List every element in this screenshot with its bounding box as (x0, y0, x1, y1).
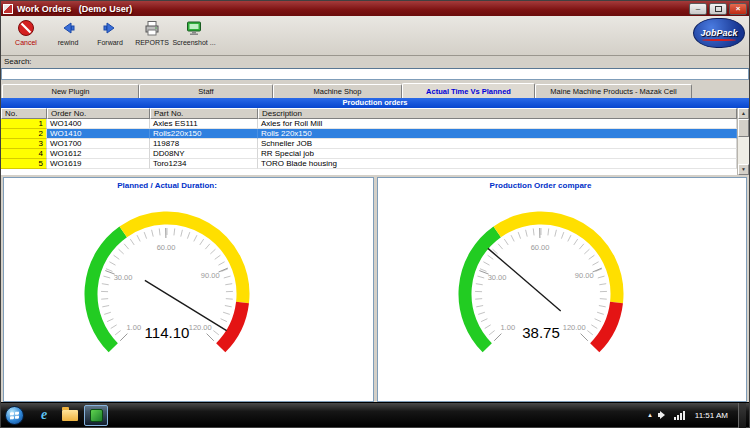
titlebar: Work Orders (Demo User) – × (1, 1, 749, 16)
svg-text:90.00: 90.00 (574, 271, 593, 280)
cell-part-no: Rolls220x150 (150, 129, 258, 139)
svg-text:60.00: 60.00 (530, 243, 549, 252)
table-row[interactable]: 2 WO1410 Rolls220x150 Rolls 220x150 (1, 129, 737, 139)
column-header-order-no[interactable]: Order No. (47, 108, 150, 119)
svg-text:38.75: 38.75 (522, 324, 560, 341)
hidden-icons-arrow[interactable]: ▴ (648, 411, 652, 419)
row-number: 2 (1, 129, 47, 139)
table-row[interactable]: 1 WO1400 Axles ES111 Axles for Roll Mill (1, 119, 737, 129)
forward-button[interactable]: Forward (89, 18, 131, 54)
column-header-no[interactable]: No. (1, 108, 47, 119)
network-icon[interactable] (674, 411, 685, 420)
scroll-thumb[interactable] (738, 119, 749, 137)
cancel-button[interactable]: Cancel (5, 18, 47, 54)
volume-icon[interactable] (658, 410, 668, 420)
tab-maine-machine-products[interactable]: Maine Machine Products - Mazak Cell (535, 84, 692, 98)
toolbar: Cancel rewind Forward REPORTS Screenshot… (1, 16, 749, 56)
scroll-track[interactable] (738, 137, 749, 164)
taskbar-app-jobpack[interactable] (84, 405, 108, 426)
minimize-button[interactable]: – (689, 3, 707, 15)
svg-text:60.00: 60.00 (157, 243, 176, 252)
jobpack-logo: JobPack (693, 18, 745, 48)
cell-part-no: Toro1234 (150, 159, 258, 169)
scroll-down-button[interactable]: ▼ (738, 164, 749, 175)
table-row[interactable]: 3 WO1700 119878 Schneller JOB (1, 139, 737, 149)
column-header-description[interactable]: Description (258, 108, 737, 119)
taskbar-explorer[interactable] (58, 405, 82, 426)
table-header-row: No. Order No. Part No. Description (1, 108, 737, 119)
cell-description: Rolls 220x150 (258, 129, 737, 139)
folder-icon (62, 410, 78, 421)
row-number: 4 (1, 149, 47, 159)
system-tray: ▴ 11:51 AM (648, 403, 749, 428)
windows-taskbar: e ▴ 11:51 AM (1, 402, 749, 427)
forward-icon (100, 18, 120, 38)
production-order-compare-panel: Production Order compare 1.0030.0060.009… (377, 177, 748, 402)
taskbar-clock[interactable]: 11:51 AM (691, 411, 732, 420)
cell-order-no: WO1700 (47, 139, 150, 149)
production-orders-table: No. Order No. Part No. Description 1 WO1… (1, 108, 749, 175)
cell-part-no: Axles ES111 (150, 119, 258, 129)
cell-description: Schneller JOB (258, 139, 737, 149)
app-window: Work Orders (Demo User) – × Cancel rewin… (0, 0, 750, 428)
table-row[interactable]: 5 WO1619 Toro1234 TORO Blade housing (1, 159, 737, 169)
tab-bar: New Plugin Staff Machine Shop Actual Tim… (1, 83, 749, 98)
table-vertical-scrollbar[interactable]: ▲ ▼ (737, 108, 749, 175)
cell-part-no: 119878 (150, 139, 258, 149)
row-number: 5 (1, 159, 47, 169)
svg-text:1.00: 1.00 (126, 323, 141, 332)
cell-order-no: WO1400 (47, 119, 150, 129)
reports-button[interactable]: REPORTS (131, 18, 173, 54)
svg-text:30.00: 30.00 (487, 273, 506, 282)
cancel-icon (16, 18, 36, 38)
gauge-title: Planned / Actual Duration: (57, 181, 277, 190)
svg-text:30.00: 30.00 (114, 273, 133, 282)
tab-new-plugin[interactable]: New Plugin (2, 84, 139, 98)
gauge-title: Production Order compare (431, 181, 651, 190)
production-order-compare-gauge: 1.0030.0060.0090.00120.0038.75 (431, 190, 651, 396)
tab-actual-time-vs-planned[interactable]: Actual Time Vs Planned (402, 83, 535, 98)
cell-order-no: WO1410 (47, 129, 150, 139)
show-desktop-button[interactable] (738, 403, 746, 428)
planned-actual-duration-panel: Planned / Actual Duration: 1.0030.0060.0… (3, 177, 374, 402)
cell-description: Axles for Roll Mill (258, 119, 737, 129)
svg-text:90.00: 90.00 (201, 271, 220, 280)
screenshot-icon (184, 18, 204, 38)
scroll-up-button[interactable]: ▲ (738, 108, 749, 119)
cell-description: RR Special job (258, 149, 737, 159)
table-row[interactable]: 4 WO1612 DD08NY RR Special job (1, 149, 737, 159)
windows-flag-icon (10, 411, 19, 419)
rewind-icon (58, 18, 78, 38)
svg-text:120.00: 120.00 (562, 323, 585, 332)
rewind-button[interactable]: rewind (47, 18, 89, 54)
cell-order-no: WO1619 (47, 159, 150, 169)
internet-explorer-icon: e (41, 407, 47, 423)
cell-description: TORO Blade housing (258, 159, 737, 169)
jobpack-logo-text: JobPack (700, 28, 737, 38)
tab-machine-shop[interactable]: Machine Shop (273, 84, 402, 98)
taskbar-internet-explorer[interactable]: e (32, 405, 56, 426)
table-empty-area (1, 169, 725, 175)
row-number: 1 (1, 119, 47, 129)
cell-order-no: WO1612 (47, 149, 150, 159)
production-orders-header: Production orders (1, 98, 749, 108)
svg-text:114.10: 114.10 (145, 324, 190, 341)
cell-part-no: DD08NY (150, 149, 258, 159)
jobpack-app-icon (90, 409, 103, 422)
window-title: Work Orders (Demo User) (17, 4, 132, 14)
svg-text:120.00: 120.00 (189, 323, 212, 332)
printer-icon (142, 18, 162, 38)
maximize-button[interactable] (709, 3, 727, 15)
app-icon (3, 4, 13, 14)
column-header-part-no[interactable]: Part No. (150, 108, 258, 119)
search-input[interactable] (1, 68, 749, 80)
row-number: 3 (1, 139, 47, 149)
tab-staff[interactable]: Staff (139, 84, 273, 98)
screenshot-button[interactable]: Screenshot ... (173, 18, 215, 54)
search-label: Search: (1, 56, 749, 68)
svg-text:1.00: 1.00 (500, 323, 515, 332)
maximize-icon (715, 6, 722, 12)
start-button[interactable] (5, 406, 24, 425)
planned-actual-duration-gauge: 1.0030.0060.0090.00120.00114.10 (57, 190, 277, 396)
close-button[interactable]: × (729, 3, 747, 15)
